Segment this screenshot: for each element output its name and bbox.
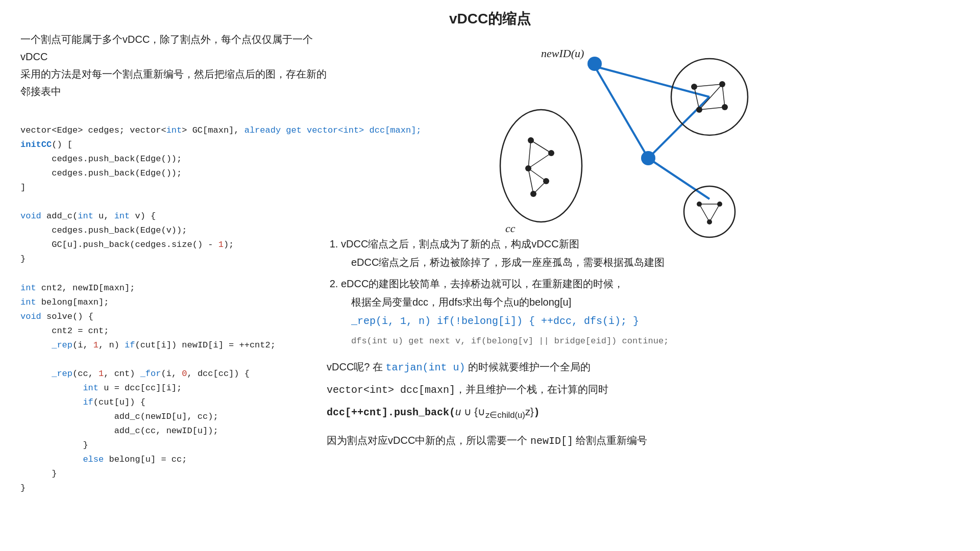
- graph-svg: newID(u) cc: [490, 31, 806, 245]
- svg-line-25: [699, 84, 722, 110]
- svg-point-4: [500, 110, 582, 222]
- svg-line-32: [699, 204, 709, 222]
- page-title: vDCC的缩点: [0, 9, 980, 29]
- svg-line-10: [531, 140, 551, 153]
- svg-line-1: [648, 158, 709, 199]
- code-block: vector<Edge> cedges; vector<int> GC[maxn…: [20, 109, 327, 510]
- note3: 因为割点对应vDCC中新的点，所以需要一个 newID[] 给割点重新编号: [327, 431, 970, 450]
- svg-text:cc: cc: [505, 222, 516, 235]
- svg-line-22: [722, 84, 725, 107]
- svg-point-33: [587, 57, 602, 71]
- svg-text:newID(u): newID(u): [541, 47, 584, 60]
- svg-line-14: [528, 140, 531, 168]
- svg-line-31: [709, 204, 720, 222]
- intro-text: 一个割点可能属于多个vDCC，除了割点外，每个点仅仅属于一个vDCC 采用的方法…: [20, 31, 327, 100]
- svg-line-12: [528, 168, 546, 181]
- intro-line-2: 采用的方法是对每一个割点重新编号，然后把缩点后的图，存在新的邻接表中: [20, 68, 327, 97]
- right-panel: newID(u) cc vDCC缩点之后，割点成为了新的点，构成vDCC新图 e…: [327, 31, 970, 245]
- svg-line-2: [595, 66, 709, 97]
- left-panel: 一个割点可能属于多个vDCC，除了割点外，每个点仅仅属于一个vDCC 采用的方法…: [20, 31, 327, 510]
- svg-line-11: [528, 153, 551, 168]
- svg-point-26: [684, 186, 735, 237]
- intro-line-1: 一个割点可能属于多个vDCC，除了割点外，每个点仅仅属于一个vDCC: [20, 34, 313, 62]
- svg-line-15: [528, 168, 533, 194]
- svg-line-13: [533, 181, 546, 194]
- svg-line-21: [694, 84, 722, 87]
- note2-line2: vector<int> dcc[maxn]，并且维护一个栈，在计算的同时: [327, 380, 970, 399]
- svg-point-34: [641, 151, 655, 165]
- svg-line-24: [694, 87, 699, 110]
- point-1: vDCC缩点之后，割点成为了新的点，构成vDCC新图 eDCC缩点之后，桥边被除…: [341, 235, 970, 271]
- note2-line1: vDCC呢? 在 tarjan(int u) 的时候就要维护一个全局的: [327, 358, 970, 377]
- text-content: vDCC缩点之后，割点成为了新的点，构成vDCC新图 eDCC缩点之后，桥边被除…: [327, 235, 970, 454]
- svg-line-0: [595, 66, 648, 158]
- point-2: eDCC的建图比较简单，去掉桥边就可以，在重新建图的时候， 根据全局变量dcc，…: [341, 274, 970, 349]
- graph-area: newID(u) cc: [490, 31, 806, 245]
- svg-line-23: [699, 107, 725, 110]
- svg-line-3: [648, 97, 709, 158]
- note2-line3: dcc[++cnt].push_back(u ∪ {∪z∈child(u)z}): [327, 403, 970, 423]
